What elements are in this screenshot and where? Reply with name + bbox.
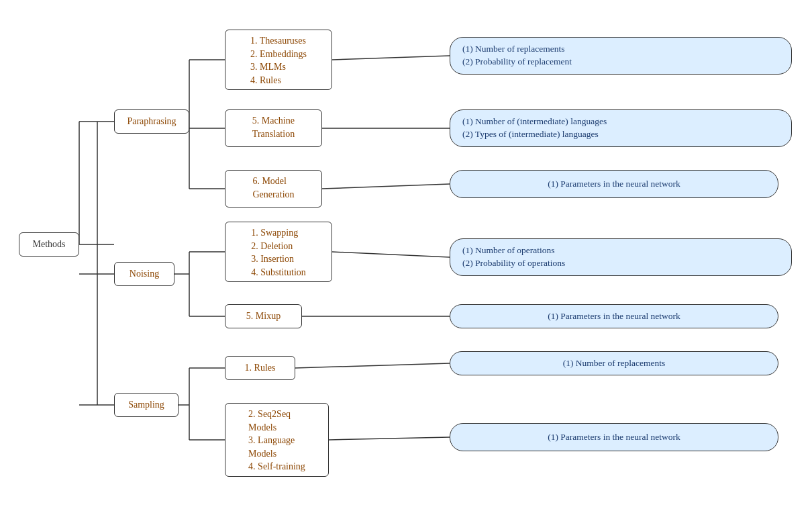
params1-label: (1) Number of replacements (2) Probabili… bbox=[462, 43, 572, 68]
params3-node: (1) Parameters in the neural network bbox=[450, 170, 778, 198]
params4-node: (1) Number of operations (2) Probability… bbox=[450, 238, 792, 276]
params1-node: (1) Number of replacements (2) Probabili… bbox=[450, 37, 792, 75]
swap-del-node: 1. Swapping 2. Deletion 3. Insertion 4. … bbox=[225, 222, 332, 282]
params5-node: (1) Parameters in the neural network bbox=[450, 304, 778, 328]
params3-label: (1) Parameters in the neural network bbox=[548, 178, 680, 191]
model-gen-node: 6. Model Generation bbox=[225, 170, 322, 208]
noising-label: Noising bbox=[130, 267, 159, 281]
model-gen-label: 6. Model Generation bbox=[252, 175, 294, 201]
rules-s-node: 1. Rules bbox=[225, 356, 295, 380]
noising-node: Noising bbox=[114, 262, 174, 286]
params2-label: (1) Number of (intermediate) languages (… bbox=[462, 116, 607, 141]
machine-trans-node: 5. Machine Translation bbox=[225, 109, 322, 147]
machine-trans-label: 5. Machine Translation bbox=[252, 114, 295, 140]
sampling-node: Sampling bbox=[114, 393, 179, 417]
diagram: Methods Paraphrasing Noising Sampling 1.… bbox=[0, 0, 812, 505]
params6-label: (1) Number of replacements bbox=[563, 357, 666, 370]
mixup-node: 5. Mixup bbox=[225, 304, 302, 328]
params7-label: (1) Parameters in the neural network bbox=[548, 431, 680, 444]
methods-node: Methods bbox=[19, 232, 79, 257]
paraphrasing-node: Paraphrasing bbox=[114, 109, 189, 134]
thes-emb-label: 1. Thesauruses 2. Embeddings 3. MLMs 4. … bbox=[250, 34, 307, 87]
paraphrasing-label: Paraphrasing bbox=[127, 115, 176, 128]
params4-label: (1) Number of operations (2) Probability… bbox=[462, 244, 565, 270]
methods-label: Methods bbox=[33, 238, 66, 251]
svg-line-19 bbox=[332, 56, 450, 60]
params2-node: (1) Number of (intermediate) languages (… bbox=[450, 109, 792, 147]
sampling-label: Sampling bbox=[128, 398, 164, 412]
seq2seq-node: 2. Seq2Seq Models 3. Language Models 4. … bbox=[225, 403, 329, 477]
mixup-label: 5. Mixup bbox=[246, 310, 281, 323]
params6-node: (1) Number of replacements bbox=[450, 351, 778, 375]
svg-line-25 bbox=[329, 437, 450, 440]
svg-line-21 bbox=[322, 184, 450, 189]
thes-emb-node: 1. Thesauruses 2. Embeddings 3. MLMs 4. … bbox=[225, 30, 332, 90]
params7-node: (1) Parameters in the neural network bbox=[450, 423, 778, 451]
swap-del-label: 1. Swapping 2. Deletion 3. Insertion 4. … bbox=[251, 226, 306, 279]
rules-s-label: 1. Rules bbox=[245, 361, 276, 375]
seq2seq-label: 2. Seq2Seq Models 3. Language Models 4. … bbox=[248, 408, 305, 473]
params5-label: (1) Parameters in the neural network bbox=[548, 310, 680, 323]
svg-line-24 bbox=[295, 363, 450, 368]
svg-line-22 bbox=[332, 252, 450, 257]
